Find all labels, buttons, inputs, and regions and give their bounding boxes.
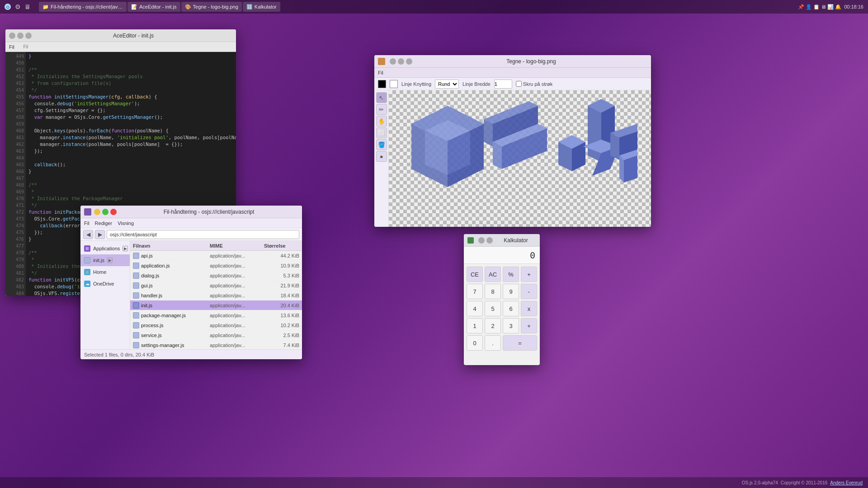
applications-expand[interactable]: ▶	[123, 246, 128, 251]
calc-btn-5[interactable]: 5	[485, 301, 501, 316]
table-row[interactable]: dialog.js application/jav... 5.3 KiB	[130, 271, 302, 281]
fm-back-button[interactable]: ◀	[83, 230, 93, 239]
table-row[interactable]: init.js application/jav... 20.4 KiB	[130, 300, 302, 310]
cell-name: application.js	[130, 263, 207, 269]
draw-tool-hand[interactable]: ✋	[376, 116, 387, 127]
cell-mime: application/jav...	[207, 293, 261, 298]
calc-btn-9[interactable]: 9	[503, 284, 519, 299]
col-filename[interactable]: Filnavn	[130, 243, 207, 249]
aceeditor-ctrl2[interactable]: ▪	[17, 33, 24, 39]
file-icon	[133, 292, 139, 299]
calc-ctrl1[interactable]	[478, 237, 485, 244]
cell-name: package-manager.js	[130, 312, 207, 319]
calc-btn-minus[interactable]: -	[521, 284, 537, 299]
svg-marker-27	[619, 155, 624, 183]
initjs-icon	[84, 257, 90, 263]
calc-btn-plus2[interactable]: +	[521, 318, 537, 333]
cell-size: 2.5 KiB	[261, 333, 302, 338]
table-row[interactable]: gui.js application/jav... 21.9 KiB	[130, 281, 302, 291]
sidebar-item-onedrive[interactable]: ☁ OneDrive	[80, 278, 130, 290]
calc-btn-3[interactable]: 3	[503, 318, 519, 333]
draw-tool-rect[interactable]: ■	[376, 151, 387, 162]
draw-snap-checkbox[interactable]	[516, 81, 522, 87]
calc-btn-ac[interactable]: AC	[485, 267, 501, 282]
aceeditor-ctrl1[interactable]: ▪	[9, 33, 15, 39]
draw-tool-pencil[interactable]: ✏	[376, 104, 387, 115]
draw-ctrl2[interactable]	[398, 58, 404, 65]
table-row[interactable]: handler.js application/jav... 18.4 KiB	[130, 291, 302, 300]
taskbar-display-icon[interactable]: 🖥	[24, 3, 32, 11]
calc-btn-dot[interactable]: .	[485, 335, 501, 351]
draw-tool-cursor[interactable]: ↖	[376, 92, 387, 103]
calc-btn-plus[interactable]: +	[521, 267, 537, 282]
cell-name: api.js	[130, 253, 207, 259]
calc-btn-8[interactable]: 8	[485, 284, 501, 299]
table-row[interactable]: package-manager.js application/jav... 13…	[130, 310, 302, 320]
draw-line-width-input[interactable]	[494, 80, 512, 89]
table-row[interactable]: process.js application/jav... 10.2 KiB	[130, 320, 302, 330]
table-row[interactable]: service.js application/jav... 2.5 KiB	[130, 330, 302, 340]
aceeditor-ctrl3[interactable]: ▪	[25, 33, 32, 39]
fm-minimize[interactable]	[94, 209, 100, 215]
calc-btn-7[interactable]: 7	[467, 284, 483, 299]
fm-path-bar[interactable]: osjs://client/javascript	[107, 230, 299, 239]
fm-menu-rediger[interactable]: Rediger	[95, 221, 113, 226]
taskbar-app-draw[interactable]: 🎨 Tegne - logo-big.png	[181, 2, 242, 12]
draw-tool-eraser[interactable]: ⬜	[376, 127, 387, 138]
cell-size: 10.9 KiB	[261, 263, 302, 268]
aceeditor-menu-fil[interactable]: Fil	[9, 44, 14, 50]
aceeditor-titlebar[interactable]: ▪ ▪ ▪ AceEditor - init.js	[5, 29, 236, 42]
table-row[interactable]: application.js application/jav... 10.9 K…	[130, 261, 302, 271]
calc-btn-percent[interactable]: %	[503, 267, 519, 282]
calc-titlebar[interactable]: Kalkulator	[464, 234, 540, 247]
initjs-expand[interactable]: ▶	[107, 258, 113, 263]
draw-menu-fil[interactable]: Fil	[378, 70, 383, 75]
calc-display: 0	[464, 247, 540, 264]
calc-btn-6[interactable]: 6	[503, 301, 519, 316]
footer-author[interactable]: Anders Evenrud	[830, 480, 863, 485]
aceeditor-controls: ▪ ▪ ▪	[9, 33, 32, 39]
taskbar-app-aceeditor[interactable]: 📝 AceEditor - init.js	[127, 2, 180, 12]
sidebar-item-home[interactable]: ⌂ Home	[80, 266, 130, 278]
draw-ctrl1[interactable]	[390, 58, 396, 65]
calc-ctrl2[interactable]	[486, 237, 493, 244]
cell-mime: application/jav...	[207, 273, 261, 278]
svg-marker-13	[493, 142, 502, 169]
aceeditor-menubar: Fil Fil	[5, 42, 236, 52]
col-mime[interactable]: MIME	[207, 243, 261, 249]
sidebar-item-initjs[interactable]: init.js ▶	[80, 254, 130, 266]
draw-tool-fill[interactable]: 🪣	[376, 139, 387, 150]
taskbar-app-filemanager[interactable]: 📁 Fil-håndtering - osjs://client/javascr…	[39, 2, 127, 12]
calc-btn-multiply[interactable]: x	[521, 301, 537, 316]
draw-ctrl3[interactable]	[406, 58, 412, 65]
fm-maximize[interactable]	[102, 209, 108, 215]
cell-size: 21.9 KiB	[261, 283, 302, 288]
calc-btn-0[interactable]: 0	[467, 335, 483, 351]
draw-color1[interactable]	[378, 80, 386, 88]
calc-btn-equals[interactable]: =	[503, 335, 537, 351]
taskbar-menu-icon[interactable]: ⊙	[4, 3, 12, 11]
fm-close[interactable]	[110, 209, 117, 215]
taskbar-gear-icon[interactable]: ⚙	[14, 3, 22, 11]
taskbar-app-calc[interactable]: 🔢 Kalkulator	[243, 2, 280, 12]
calc-btn-ce[interactable]: CE	[467, 267, 483, 282]
draw-canvas[interactable]	[389, 90, 651, 227]
calc-app-icon	[467, 237, 474, 244]
table-row[interactable]: api.js application/jav... 44.2 KiB	[130, 251, 302, 261]
fm-menu-visning[interactable]: Visning	[118, 221, 134, 226]
cell-mime: application/jav...	[207, 263, 261, 268]
filemanager-titlebar[interactable]: Fil-håndtering - osjs:///client/javascri…	[80, 206, 302, 218]
svg-text:⊙: ⊙	[6, 5, 9, 9]
taskbar: ⊙ ⚙ 🖥 📁 Fil-håndtering - osjs://client/j…	[0, 0, 868, 14]
fm-menu-fil[interactable]: Fil	[84, 221, 90, 226]
draw-line-type-select[interactable]: Rund	[435, 80, 459, 89]
draw-color2[interactable]	[390, 80, 398, 88]
draw-titlebar[interactable]: Tegne - logo-big.png	[374, 55, 651, 68]
table-row[interactable]: settings-manager.js application/jav... 7…	[130, 340, 302, 349]
fm-forward-button[interactable]: ▶	[95, 230, 105, 239]
calc-btn-1[interactable]: 1	[467, 318, 483, 333]
calc-btn-4[interactable]: 4	[467, 301, 483, 316]
calc-btn-2[interactable]: 2	[485, 318, 501, 333]
sidebar-item-applications[interactable]: ⊞ Applications ▶	[80, 243, 130, 254]
col-size[interactable]: Størrelse	[261, 243, 288, 249]
